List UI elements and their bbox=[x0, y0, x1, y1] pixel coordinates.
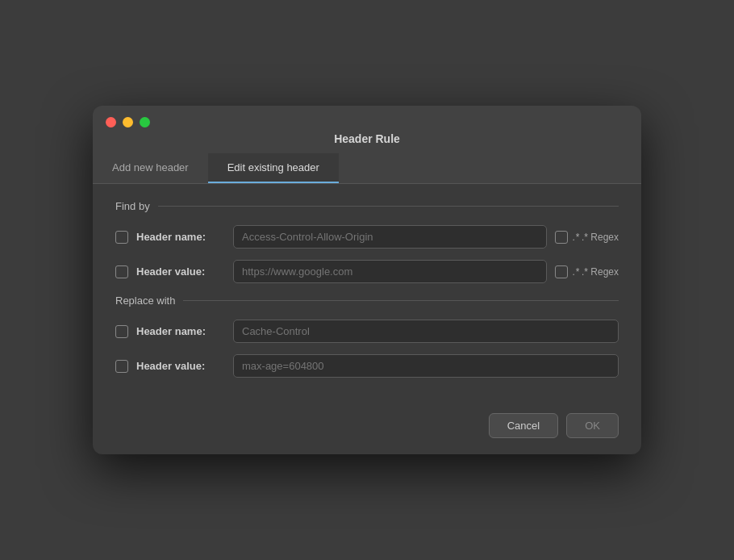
find-header-value-label: Header value: bbox=[136, 265, 225, 278]
find-header-name-row: Header name: .* .* Regex bbox=[115, 225, 619, 249]
find-header-value-regex-text: .* Regex bbox=[582, 266, 619, 278]
find-header-name-regex-group: .* .* Regex bbox=[555, 231, 619, 244]
replace-header-name-row: Header name: bbox=[115, 320, 619, 343]
dialog-body: Find by Header name: .* .* Regex Header … bbox=[93, 184, 641, 405]
header-rule-dialog: Header Rule Add new header Edit existing… bbox=[93, 106, 641, 454]
find-header-value-row: Header value: .* .* Regex bbox=[115, 260, 619, 283]
window-controls bbox=[106, 117, 150, 127]
ok-button[interactable]: OK bbox=[566, 413, 619, 438]
find-by-divider bbox=[158, 206, 619, 207]
maximize-button[interactable] bbox=[140, 117, 150, 127]
replace-header-value-label: Header value: bbox=[136, 360, 225, 372]
find-by-section-header: Find by bbox=[115, 200, 619, 212]
close-button[interactable] bbox=[106, 117, 116, 127]
regex-dot-star-icon: .* bbox=[573, 232, 579, 243]
find-header-name-regex-text: .* Regex bbox=[582, 232, 619, 243]
replace-header-name-input[interactable] bbox=[233, 320, 619, 343]
replace-with-section-header: Replace with bbox=[115, 295, 619, 307]
cancel-button[interactable]: Cancel bbox=[489, 413, 558, 438]
replace-header-value-row: Header value: bbox=[115, 354, 619, 378]
replace-header-value-checkbox[interactable] bbox=[115, 360, 128, 373]
tab-add-new-header[interactable]: Add new header bbox=[93, 153, 208, 183]
find-header-name-regex-checkbox[interactable] bbox=[555, 231, 568, 244]
tabs: Add new header Edit existing header bbox=[93, 153, 641, 184]
find-header-name-input[interactable] bbox=[233, 225, 547, 249]
dialog-title: Header Rule bbox=[334, 132, 400, 153]
replace-header-name-checkbox[interactable] bbox=[115, 325, 128, 338]
find-by-label: Find by bbox=[115, 200, 150, 212]
find-header-name-checkbox[interactable] bbox=[115, 231, 128, 244]
find-header-value-checkbox[interactable] bbox=[115, 265, 128, 278]
find-header-value-regex-label: .* .* Regex bbox=[573, 266, 619, 278]
find-header-name-label: Header name: bbox=[136, 231, 225, 243]
minimize-button[interactable] bbox=[123, 117, 133, 127]
replace-with-label: Replace with bbox=[115, 295, 175, 307]
find-header-name-regex-label: .* .* Regex bbox=[573, 232, 619, 243]
title-bar: Header Rule bbox=[93, 106, 641, 153]
replace-header-value-input[interactable] bbox=[233, 354, 619, 378]
find-header-value-regex-checkbox[interactable] bbox=[555, 265, 568, 278]
tab-edit-existing-header[interactable]: Edit existing header bbox=[208, 153, 339, 183]
regex-dot-star-icon-2: .* bbox=[573, 266, 579, 278]
dialog-footer: Cancel OK bbox=[93, 405, 641, 454]
replace-header-name-label: Header name: bbox=[136, 325, 225, 337]
replace-with-divider bbox=[183, 300, 619, 301]
find-header-value-regex-group: .* .* Regex bbox=[555, 265, 619, 278]
find-header-value-input[interactable] bbox=[233, 260, 547, 283]
